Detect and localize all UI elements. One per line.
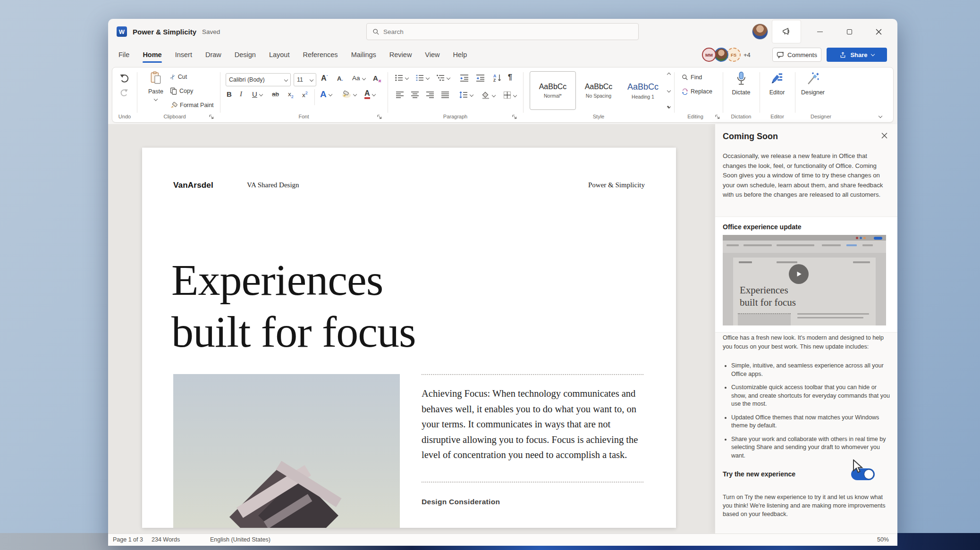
cut-button[interactable]: ✂ Cut	[170, 73, 187, 81]
video-thumbnail[interactable]: Experiences built for focus	[723, 235, 886, 325]
borders-button[interactable]	[503, 91, 516, 99]
share-button[interactable]: Share	[827, 48, 887, 62]
paragraph-dialog-launcher[interactable]	[512, 114, 517, 119]
line-spacing-button[interactable]	[459, 91, 473, 99]
collaborator-avatar[interactable]: FS	[727, 48, 741, 62]
dictate-button[interactable]: Dictate	[724, 71, 758, 96]
align-left-button[interactable]	[396, 91, 404, 99]
word-app-icon[interactable]: W	[117, 26, 127, 37]
grow-font-button[interactable]: Aˆ	[321, 74, 328, 83]
maximize-icon	[847, 29, 852, 34]
highlighter-icon	[342, 90, 351, 99]
style-heading1[interactable]: AaBbCc Heading 1	[621, 71, 665, 110]
user-avatar[interactable]	[752, 24, 768, 40]
bold-button[interactable]: B	[227, 90, 232, 98]
zoom-level[interactable]: 50%	[877, 536, 889, 543]
highlight-button[interactable]	[342, 90, 356, 99]
tab-layout[interactable]: Layout	[262, 44, 296, 65]
designer-button[interactable]: Designer	[796, 71, 830, 96]
tab-insert[interactable]: Insert	[169, 44, 199, 65]
sort-button[interactable]: AZ	[493, 73, 502, 83]
toggle-knob	[864, 469, 874, 479]
tab-help[interactable]: Help	[447, 44, 474, 65]
panel-footer-note: Turn on Try the new experience to try it…	[723, 493, 888, 518]
tab-home[interactable]: Home	[136, 44, 168, 65]
collaborator-avatar[interactable]: MM	[702, 48, 716, 62]
style-normal[interactable]: AaBbCc Normal*	[530, 71, 576, 110]
paste-button[interactable]: Paste	[139, 71, 173, 100]
pilcrow-button[interactable]: ¶	[508, 73, 512, 82]
comments-button[interactable]: Comments	[772, 48, 821, 62]
collaborator-overflow-count[interactable]: +4	[743, 51, 751, 58]
video-title: Experiences built for focus	[740, 284, 796, 308]
collapse-ribbon-chevron[interactable]	[879, 114, 882, 118]
italic-button[interactable]: I	[240, 90, 242, 98]
line-spacing-icon	[459, 91, 468, 99]
tab-references[interactable]: References	[296, 44, 344, 65]
doc-image[interactable]	[173, 374, 400, 528]
bullet-list-button[interactable]	[395, 74, 408, 82]
text-effects-icon: A	[320, 89, 327, 100]
undo-button[interactable]	[119, 73, 129, 83]
align-right-button[interactable]	[426, 91, 434, 99]
style-gallery-more[interactable]	[667, 105, 671, 108]
tab-design[interactable]: Design	[228, 44, 262, 65]
borders-icon	[503, 91, 511, 99]
minimize-button[interactable]	[807, 19, 833, 44]
style-scroll-up[interactable]	[667, 73, 671, 76]
decrease-indent-button[interactable]	[460, 74, 469, 82]
document-page[interactable]: VanArsdel VA Shared Design Power & Simpl…	[142, 148, 676, 528]
underline-button[interactable]: U	[252, 90, 262, 98]
grow-font-icon: Aˆ	[321, 74, 328, 83]
word-count[interactable]: 234 Words	[152, 536, 180, 543]
font-name-select[interactable]: Calibri (Body)	[226, 73, 291, 86]
replace-button[interactable]: Replace	[682, 88, 712, 95]
format-painter-button[interactable]: Format Paint	[170, 101, 214, 109]
language-indicator[interactable]: English (United States)	[210, 536, 270, 543]
collaborator-avatar[interactable]	[714, 48, 728, 62]
coming-soon-megaphone-button[interactable]	[772, 20, 801, 43]
search-input[interactable]	[383, 28, 610, 35]
subscript-button[interactable]: x2	[288, 91, 294, 99]
align-center-button[interactable]	[411, 91, 419, 99]
copy-icon	[170, 87, 177, 95]
find-button[interactable]: Find	[682, 74, 702, 81]
shrink-font-icon: Aˇ	[337, 75, 343, 83]
multilevel-list-button[interactable]	[436, 74, 450, 82]
tab-draw[interactable]: Draw	[199, 44, 228, 65]
editor-button[interactable]: Editor	[760, 71, 794, 96]
coming-soon-panel: Coming Soon Occasionally, we release a n…	[715, 124, 897, 533]
panel-close-button[interactable]	[879, 130, 890, 141]
redo-button[interactable]	[120, 88, 129, 97]
justify-button[interactable]	[441, 91, 449, 99]
search-box[interactable]	[366, 23, 639, 40]
change-case-button[interactable]: Aa	[352, 75, 365, 82]
numbered-list-button[interactable]	[415, 74, 429, 82]
clear-formatting-button[interactable]: A✖	[373, 74, 381, 83]
clipboard-dialog-launcher[interactable]	[209, 114, 214, 119]
font-color-button[interactable]: A	[364, 89, 375, 99]
superscript-button[interactable]: x2	[302, 91, 308, 99]
tab-view[interactable]: View	[418, 44, 446, 65]
font-dialog-launcher[interactable]	[377, 114, 382, 119]
strikethrough-button[interactable]: ab	[272, 91, 279, 98]
increase-indent-button[interactable]	[476, 74, 485, 82]
close-button[interactable]	[865, 19, 892, 44]
replace-icon	[682, 88, 688, 95]
font-size-select[interactable]: 11	[294, 73, 316, 86]
maximize-button[interactable]	[836, 19, 862, 44]
style-scroll-down[interactable]	[667, 89, 671, 92]
shading-button[interactable]	[482, 91, 495, 99]
text-effects-button[interactable]: A	[320, 89, 332, 100]
editing-dialog-launcher[interactable]	[715, 114, 720, 119]
style-no-spacing[interactable]: AaBbCc No Spacing	[578, 71, 619, 110]
page-indicator[interactable]: Page 1 of 3	[113, 536, 143, 543]
play-button[interactable]	[789, 264, 809, 284]
doc-body-paragraph[interactable]: Achieving Focus: When technology communi…	[422, 386, 647, 463]
shrink-font-button[interactable]: Aˇ	[337, 75, 343, 83]
comment-icon	[777, 51, 784, 58]
tab-mailings[interactable]: Mailings	[345, 44, 383, 65]
copy-button[interactable]: Copy	[170, 87, 193, 95]
tab-file[interactable]: File	[112, 44, 136, 65]
tab-review[interactable]: Review	[383, 44, 419, 65]
